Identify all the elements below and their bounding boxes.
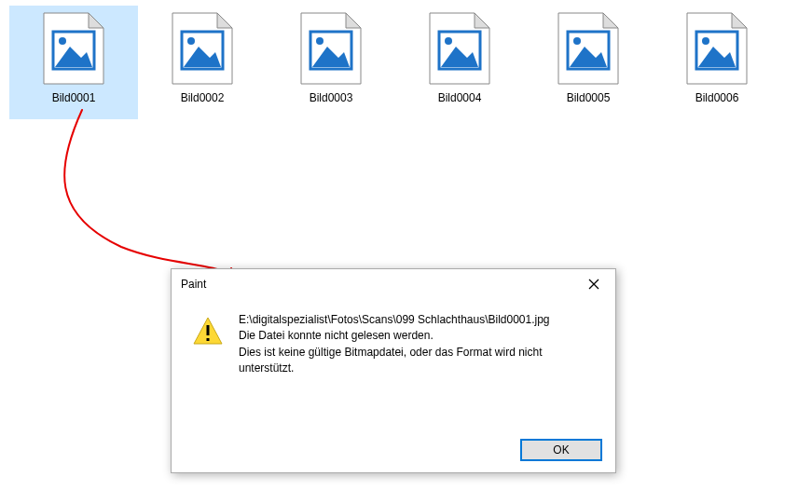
image-file-icon bbox=[36, 11, 111, 86]
ok-label: OK bbox=[553, 443, 569, 456]
close-icon bbox=[588, 279, 599, 290]
svg-point-3 bbox=[59, 37, 66, 45]
svg-marker-21 bbox=[603, 13, 618, 28]
svg-marker-11 bbox=[346, 13, 361, 28]
file-label: Bild0006 bbox=[695, 91, 739, 104]
dialog-footer: OK bbox=[520, 439, 602, 461]
svg-point-23 bbox=[573, 37, 581, 45]
warning-icon bbox=[192, 316, 224, 347]
file-item[interactable]: Bild0002 bbox=[138, 6, 267, 119]
image-file-icon bbox=[551, 11, 626, 86]
dialog-title: Paint bbox=[181, 278, 206, 291]
svg-marker-26 bbox=[732, 13, 747, 28]
file-item[interactable]: Bild0006 bbox=[653, 6, 781, 119]
file-label: Bild0005 bbox=[567, 91, 611, 104]
error-dialog: Paint E:\digitalspezialist\Fotos\Scans\0… bbox=[171, 268, 616, 473]
file-label: Bild0002 bbox=[181, 91, 225, 104]
file-item[interactable]: Bild0005 bbox=[524, 6, 653, 119]
svg-point-13 bbox=[316, 37, 323, 45]
close-button[interactable] bbox=[572, 270, 615, 298]
file-label: Bild0004 bbox=[438, 91, 482, 104]
ok-button[interactable]: OK bbox=[520, 439, 602, 461]
dialog-line-error: Die Datei konnte nicht gelesen werden. bbox=[239, 328, 593, 344]
svg-point-18 bbox=[445, 37, 452, 45]
file-label: Bild0003 bbox=[310, 91, 353, 104]
dialog-titlebar[interactable]: Paint bbox=[172, 269, 615, 299]
svg-marker-16 bbox=[475, 13, 489, 28]
image-file-icon bbox=[294, 11, 368, 86]
svg-marker-1 bbox=[89, 13, 103, 28]
dialog-body: E:\digitalspezialist\Fotos\Scans\099 Sch… bbox=[172, 299, 615, 377]
file-item[interactable]: Bild0001 bbox=[9, 6, 138, 119]
svg-rect-34 bbox=[207, 338, 210, 341]
image-file-icon bbox=[422, 11, 497, 86]
image-file-icon bbox=[680, 11, 754, 86]
svg-point-8 bbox=[187, 37, 195, 45]
image-file-icon bbox=[165, 11, 240, 86]
file-grid: Bild0001 Bild0002 Bild0003 bbox=[0, 0, 812, 125]
dialog-message: E:\digitalspezialist\Fotos\Scans\099 Sch… bbox=[239, 312, 600, 377]
svg-marker-6 bbox=[217, 13, 232, 28]
file-item[interactable]: Bild0003 bbox=[267, 6, 395, 119]
dialog-line-path: E:\digitalspezialist\Fotos\Scans\099 Sch… bbox=[239, 312, 593, 328]
svg-point-28 bbox=[702, 37, 709, 45]
svg-rect-33 bbox=[207, 325, 210, 335]
file-label: Bild0001 bbox=[52, 91, 96, 104]
dialog-line-detail: Dies ist keine gültige Bitmapdatei, oder… bbox=[239, 345, 593, 377]
file-item[interactable]: Bild0004 bbox=[395, 6, 524, 119]
